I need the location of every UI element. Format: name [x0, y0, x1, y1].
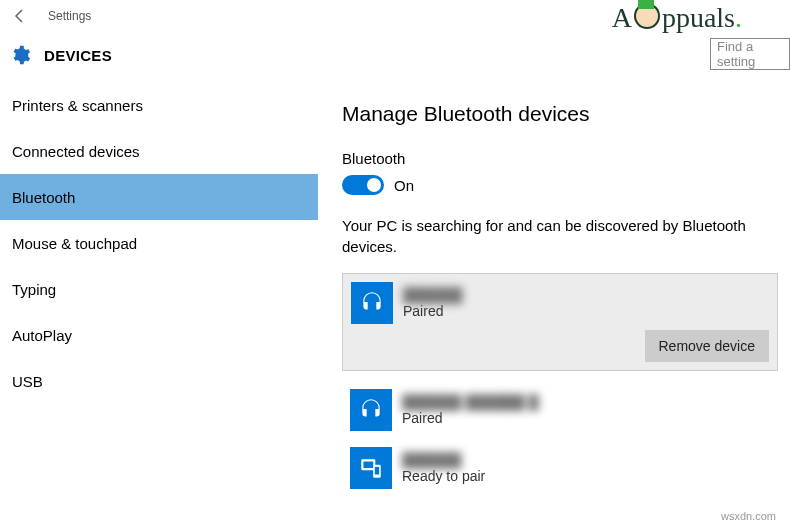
remove-device-button[interactable]: Remove device	[645, 330, 770, 362]
device-name: ██████	[403, 287, 463, 303]
search-input[interactable]: Find a setting	[710, 38, 790, 70]
content-panel: Manage Bluetooth devices Bluetooth On Yo…	[318, 78, 790, 528]
header: DEVICES Find a setting	[0, 32, 790, 78]
sidebar-label: Typing	[12, 281, 56, 298]
bluetooth-toggle-label: Bluetooth	[342, 150, 790, 167]
device-name: ██████	[402, 452, 485, 468]
bluetooth-status-text: Your PC is searching for and can be disc…	[342, 215, 790, 257]
gear-icon	[8, 43, 32, 67]
sidebar-label: AutoPlay	[12, 327, 72, 344]
svg-rect-2	[363, 462, 373, 469]
device-name: ██████ ██████ █	[402, 394, 539, 410]
device-item[interactable]: ██████ Paired Remove device	[342, 273, 778, 371]
sidebar-item-usb[interactable]: USB	[0, 358, 318, 404]
headset-icon	[350, 389, 392, 431]
sidebar-item-autoplay[interactable]: AutoPlay	[0, 312, 318, 358]
section-title: DEVICES	[44, 47, 112, 64]
device-item[interactable]: ██████ Ready to pair	[342, 439, 778, 497]
device-status: Ready to pair	[402, 468, 485, 484]
headset-icon	[351, 282, 393, 324]
sidebar-label: Printers & scanners	[12, 97, 143, 114]
device-status: Paired	[402, 410, 539, 426]
sidebar-item-printers[interactable]: Printers & scanners	[0, 82, 318, 128]
sidebar-label: Bluetooth	[12, 189, 75, 206]
back-button[interactable]	[8, 4, 32, 28]
sidebar-item-typing[interactable]: Typing	[0, 266, 318, 312]
page-heading: Manage Bluetooth devices	[342, 102, 790, 126]
device-item[interactable]: ██████ ██████ █ Paired	[342, 381, 778, 439]
window-title: Settings	[48, 9, 91, 23]
sidebar-label: Mouse & touchpad	[12, 235, 137, 252]
titlebar: Settings	[0, 0, 790, 32]
device-pair-icon	[350, 447, 392, 489]
sidebar-label: USB	[12, 373, 43, 390]
device-list: ██████ Paired Remove device ██████ █████…	[342, 273, 790, 497]
svg-rect-3	[375, 467, 379, 475]
sidebar-item-bluetooth[interactable]: Bluetooth	[0, 174, 318, 220]
sidebar-item-connected-devices[interactable]: Connected devices	[0, 128, 318, 174]
bluetooth-toggle[interactable]	[342, 175, 384, 195]
sidebar: Printers & scanners Connected devices Bl…	[0, 78, 318, 528]
sidebar-label: Connected devices	[12, 143, 140, 160]
bluetooth-toggle-state: On	[394, 177, 414, 194]
sidebar-item-mouse-touchpad[interactable]: Mouse & touchpad	[0, 220, 318, 266]
device-status: Paired	[403, 303, 463, 319]
search-placeholder: Find a setting	[717, 39, 789, 69]
